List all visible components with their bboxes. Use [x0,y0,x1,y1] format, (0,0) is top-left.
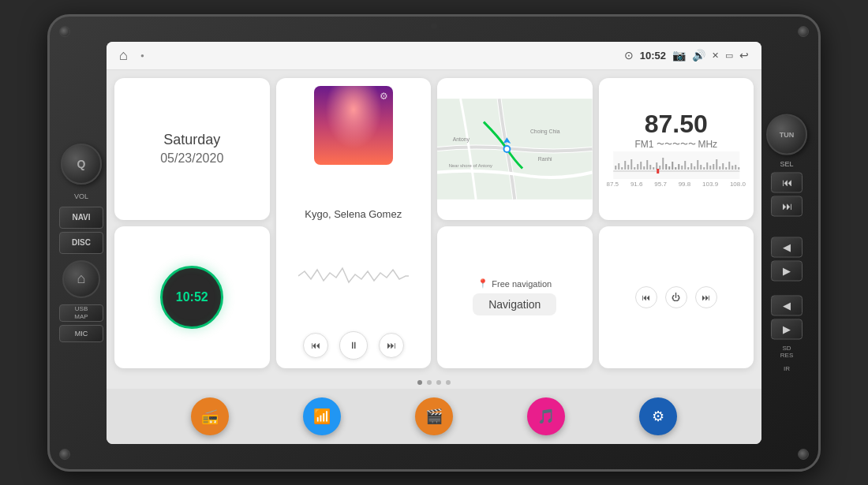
tun-label: TUN [780,130,795,138]
svg-text:Choing Chia: Choing Chia [530,129,560,135]
svg-rect-16 [637,164,638,170]
map-container: Antony Choing Chia Ranhi Near shore of A… [437,78,593,220]
corner-screw-br [798,449,809,460]
radio-power-button[interactable]: ⏻ [665,286,687,308]
radio-wave-svg [607,151,746,179]
pause-button[interactable]: ⏸ [339,331,368,360]
car-head-unit: Q VOL NAVI DISC ⌂ USBMAP MIC ⌂ ● ⊙ 10 [47,14,821,472]
svg-rect-29 [678,164,679,170]
track-prev-button[interactable]: ⏮ [771,172,803,192]
clock-card: 10:52 [114,226,270,368]
waveform [284,264,424,288]
svg-rect-42 [719,166,720,170]
svg-rect-25 [665,164,667,170]
page-dot-1[interactable] [417,380,422,385]
location-icon: ⊙ [624,49,634,62]
navigation-button[interactable]: Navigation [473,293,556,315]
svg-rect-48 [738,167,739,170]
svg-rect-38 [706,162,708,170]
settings-app-button[interactable]: ⚙ [639,397,677,435]
svg-rect-31 [684,161,686,170]
radio-app-button[interactable]: 📻 [191,397,229,435]
svg-rect-13 [627,165,629,170]
music-settings-icon[interactable]: ⚙ [380,91,388,102]
svg-rect-11 [621,167,623,170]
corner-screw-tr [798,26,809,37]
radio-band: FM1 〜〜〜〜〜 MHz [634,139,717,150]
nav-card: 📍 Free navigation Navigation [437,226,593,368]
album-art: ⚙ [314,86,393,165]
svg-rect-26 [668,166,670,170]
svg-rect-14 [630,159,632,170]
page-dots [107,376,761,389]
svg-rect-28 [675,167,676,170]
clock-circle: 10:52 [160,266,223,329]
radio-prev-button[interactable]: ⏮ [635,286,657,308]
status-time: 10:52 [640,50,666,62]
status-dot: ● [140,52,144,59]
svg-rect-43 [722,163,724,170]
left-knob[interactable]: Q [61,144,102,185]
home-icon[interactable]: ⌂ [119,47,128,64]
top-notch [431,23,437,29]
prev-button[interactable]: ⏮ [303,333,328,358]
svg-rect-40 [713,164,714,170]
left-panel: Q VOL NAVI DISC ⌂ USBMAP MIC [54,144,108,342]
song-title: Kygo, Selena Gomez [305,208,402,220]
radio-next-button[interactable]: ⏭ [695,286,717,308]
close-icon[interactable]: ✕ [712,50,719,61]
sd-res-label: SDRES [780,344,793,358]
prev-btn-right[interactable]: ◀ [771,237,803,257]
right-btn-right[interactable]: ▶ [771,319,803,339]
svg-rect-18 [643,166,645,170]
corner-screw-bl [59,449,70,460]
svg-rect-10 [618,163,619,170]
status-bar: ⌂ ● ⊙ 10:52 📷 🔊 ✕ ▭ ↩ [107,42,761,70]
mic-button[interactable]: MIC [59,325,103,342]
map-card[interactable]: Antony Choing Chia Ranhi Near shore of A… [437,78,593,220]
back-icon[interactable]: ↩ [739,49,749,62]
page-dot-3[interactable] [436,380,441,385]
window-icon[interactable]: ▭ [725,50,733,61]
disc-button[interactable]: DISC [59,232,103,254]
svg-rect-9 [615,166,616,170]
next-button[interactable]: ⏭ [379,333,404,358]
svg-rect-23 [659,166,660,170]
track-next-button[interactable]: ⏭ [771,196,803,216]
svg-rect-32 [687,167,689,170]
radio-ctrl-card: ⏮ ⏻ ⏭ [599,226,754,368]
map-svg: Antony Choing Chia Ranhi Near shore of A… [437,78,593,220]
camera-icon: 📷 [672,49,686,62]
page-dot-2[interactable] [427,380,432,385]
svg-rect-45 [728,162,730,170]
svg-rect-36 [700,165,702,170]
bottom-app-bar: 📻 📶 🎬 🎵 ⚙ [107,389,761,444]
music-app-button[interactable]: 🎵 [527,397,565,435]
usb-map-button[interactable]: USBMAP [59,304,103,322]
main-grid: Saturday 05/23/2020 ⚙ Kygo, Selena Gomez [107,70,761,376]
media-app-button[interactable]: 🎬 [415,397,453,435]
svg-rect-22 [656,162,657,170]
pin-icon: 📍 [477,278,488,289]
svg-rect-47 [735,165,736,170]
svg-rect-37 [703,167,705,170]
page-dot-4[interactable] [446,380,451,385]
right-knob[interactable]: TUN [766,114,807,155]
navi-button[interactable]: NAVI [59,207,103,229]
svg-rect-46 [731,166,733,170]
svg-text:Ranhi: Ranhi [538,155,552,161]
svg-rect-17 [640,162,642,170]
radio-scale: 87.5 91.6 95.7 99.8 103.9 108.0 [607,181,746,188]
home-side-button[interactable]: ⌂ [62,260,100,298]
left-btn-right[interactable]: ◀ [771,295,803,315]
status-center: ⊙ 10:52 📷 🔊 ✕ ▭ ↩ [624,49,749,62]
radio-frequency: 87.50 [645,110,708,139]
next-btn-right[interactable]: ▶ [771,260,803,281]
svg-rect-33 [690,163,692,170]
right-panel: TUN SEL ⏮ ⏭ ◀ ▶ ◀ ▶ SDRES IR [760,114,814,371]
svg-rect-39 [709,166,711,170]
status-left: ⌂ ● [119,47,144,64]
bluetooth-app-button[interactable]: 📶 [303,397,341,435]
music-controls: ⏮ ⏸ ⏭ [303,331,404,360]
clock-time: 10:52 [176,290,208,304]
